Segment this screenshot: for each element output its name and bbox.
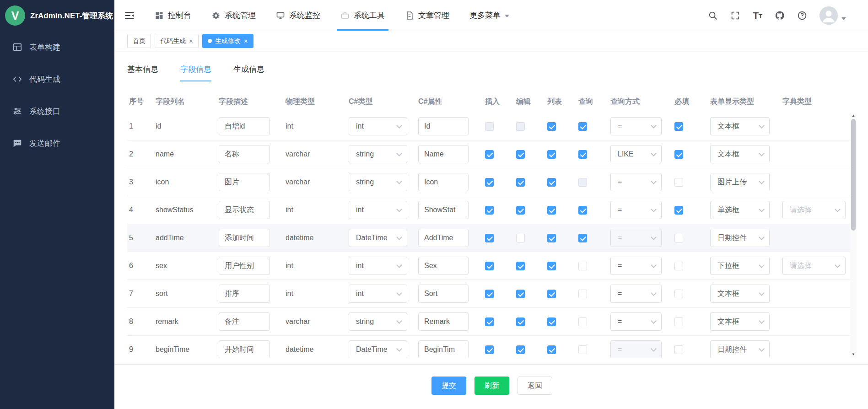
query-checkbox[interactable] — [578, 150, 587, 159]
insert-checkbox[interactable] — [485, 234, 494, 242]
query-type-select[interactable]: = — [610, 201, 662, 219]
required-checkbox[interactable] — [674, 122, 683, 131]
submit-button[interactable]: 提交 — [431, 377, 466, 395]
scroll-up-icon[interactable]: ▲ — [850, 113, 857, 119]
tab-basic-info[interactable]: 基本信息 — [127, 64, 158, 81]
csharp-type-select[interactable]: int — [349, 201, 407, 219]
query-type-select[interactable]: = — [610, 229, 662, 247]
tag-code-generation[interactable]: 代码生成 × — [155, 34, 199, 48]
query-type-select[interactable]: = — [610, 173, 662, 191]
nav-item-system-management[interactable]: 系统管理 — [201, 0, 266, 31]
scroll-down-icon[interactable]: ▼ — [850, 351, 857, 358]
user-menu[interactable] — [819, 6, 846, 25]
query-checkbox[interactable] — [578, 318, 587, 326]
scrollbar-thumb[interactable] — [851, 119, 856, 231]
required-checkbox[interactable] — [674, 345, 683, 354]
csharp-type-select[interactable]: string — [349, 173, 407, 191]
display-type-select[interactable]: 图片上传 — [710, 173, 770, 191]
nav-item-system-monitor[interactable]: 系统监控 — [266, 0, 330, 31]
display-type-select[interactable]: 下拉框 — [710, 257, 770, 275]
close-icon[interactable]: × — [189, 38, 193, 44]
list-checkbox[interactable] — [547, 178, 556, 187]
help-icon[interactable] — [797, 11, 807, 21]
field-description-input[interactable] — [219, 312, 270, 331]
field-description-input[interactable] — [219, 173, 270, 191]
csharp-attribute-input[interactable] — [418, 117, 469, 135]
insert-checkbox[interactable] — [485, 150, 494, 159]
csharp-type-select[interactable]: int — [349, 117, 407, 135]
nav-item-article-management[interactable]: 文章管理 — [395, 0, 459, 31]
insert-checkbox[interactable] — [485, 345, 494, 354]
insert-checkbox[interactable] — [485, 318, 494, 326]
nav-item-system-tools[interactable]: 系统工具 — [330, 0, 395, 31]
display-type-select[interactable]: 文本框 — [710, 312, 770, 331]
field-description-input[interactable] — [219, 340, 270, 358]
query-checkbox[interactable] — [578, 234, 587, 242]
sidebar-item-form-builder[interactable]: 表单构建 — [0, 31, 114, 63]
query-type-select[interactable]: LIKE — [610, 145, 662, 163]
tab-field-info[interactable]: 字段信息 — [180, 64, 211, 81]
insert-checkbox[interactable] — [485, 122, 494, 131]
csharp-attribute-input[interactable] — [418, 340, 469, 358]
dict-type-select[interactable]: 请选择 — [782, 201, 846, 219]
insert-checkbox[interactable] — [485, 290, 494, 298]
list-checkbox[interactable] — [547, 262, 556, 270]
query-type-select[interactable]: = — [610, 312, 662, 331]
tab-generate-info[interactable]: 生成信息 — [233, 64, 264, 81]
field-description-input[interactable] — [219, 117, 270, 135]
edit-checkbox[interactable] — [516, 206, 525, 215]
display-type-select[interactable]: 单选框 — [710, 201, 770, 219]
csharp-type-select[interactable]: int — [349, 285, 407, 303]
query-checkbox[interactable] — [578, 122, 587, 131]
csharp-attribute-input[interactable] — [418, 201, 469, 219]
insert-checkbox[interactable] — [485, 206, 494, 215]
field-description-input[interactable] — [219, 201, 270, 219]
csharp-attribute-input[interactable] — [418, 285, 469, 303]
display-type-select[interactable]: 文本框 — [710, 285, 770, 303]
required-checkbox[interactable] — [674, 150, 683, 159]
edit-checkbox[interactable] — [516, 234, 525, 242]
field-description-input[interactable] — [219, 145, 270, 163]
github-icon[interactable] — [775, 11, 785, 21]
csharp-attribute-input[interactable] — [418, 173, 469, 191]
csharp-type-select[interactable]: int — [349, 257, 407, 275]
search-icon[interactable] — [708, 11, 718, 21]
close-icon[interactable]: × — [244, 38, 248, 44]
required-checkbox[interactable] — [674, 206, 683, 215]
edit-checkbox[interactable] — [516, 178, 525, 187]
fullscreen-icon[interactable] — [730, 11, 740, 21]
query-checkbox[interactable] — [578, 290, 587, 298]
query-checkbox[interactable] — [578, 345, 587, 354]
list-checkbox[interactable] — [547, 206, 556, 215]
display-type-select[interactable]: 文本框 — [710, 145, 770, 163]
vertical-scrollbar[interactable]: ▲ ▼ — [850, 113, 857, 358]
edit-checkbox[interactable] — [516, 318, 525, 326]
csharp-type-select[interactable]: string — [349, 145, 407, 163]
csharp-type-select[interactable]: DateTime — [349, 340, 407, 358]
field-description-input[interactable] — [219, 257, 270, 275]
edit-checkbox[interactable] — [516, 345, 525, 354]
dict-type-select[interactable]: 请选择 — [782, 257, 846, 275]
query-type-select[interactable]: = — [610, 117, 662, 135]
list-checkbox[interactable] — [547, 150, 556, 159]
required-checkbox[interactable] — [674, 318, 683, 326]
edit-checkbox[interactable] — [516, 150, 525, 159]
tag-home[interactable]: 首页 — [127, 34, 151, 48]
insert-checkbox[interactable] — [485, 262, 494, 270]
font-size-icon[interactable]: TT — [753, 11, 762, 20]
sidebar-item-send-mail[interactable]: 发送邮件 — [0, 127, 114, 159]
list-checkbox[interactable] — [547, 318, 556, 326]
required-checkbox[interactable] — [674, 290, 683, 298]
edit-checkbox[interactable] — [516, 290, 525, 298]
field-description-input[interactable] — [219, 229, 270, 247]
list-checkbox[interactable] — [547, 345, 556, 354]
sidebar-collapse-button[interactable] — [114, 0, 145, 31]
csharp-attribute-input[interactable] — [418, 257, 469, 275]
csharp-attribute-input[interactable] — [418, 145, 469, 163]
nav-item-dashboard[interactable]: 控制台 — [145, 0, 201, 31]
list-checkbox[interactable] — [547, 234, 556, 242]
query-type-select[interactable]: = — [610, 285, 662, 303]
sidebar-item-code-generation[interactable]: 代码生成 — [0, 63, 114, 95]
sidebar-item-system-api[interactable]: 系统接口 — [0, 95, 114, 127]
list-checkbox[interactable] — [547, 122, 556, 131]
